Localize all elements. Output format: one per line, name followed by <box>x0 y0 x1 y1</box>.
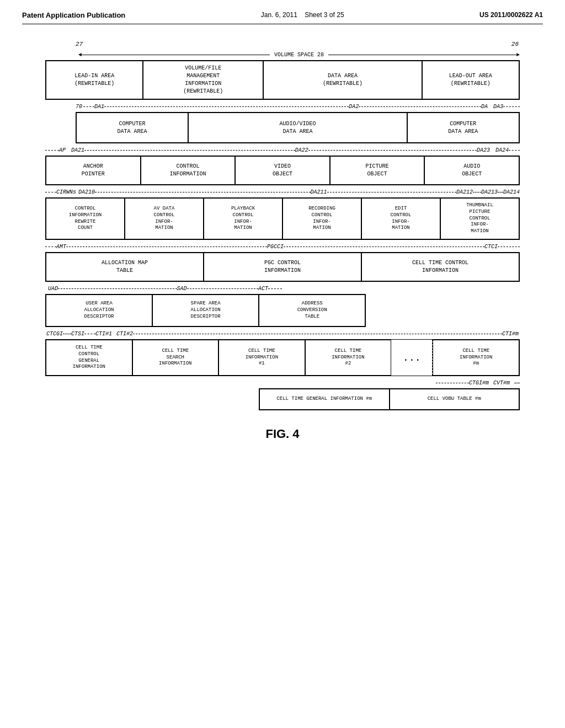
cell-time-info-1-box: CELL TIME INFORMATION #1 <box>218 340 305 376</box>
address-conversion-table-box: ADDRESS CONVERSION TABLE <box>259 295 365 326</box>
volume-space-label: VOLUME SPACE 28 <box>270 52 328 58</box>
header-right: US 2011/0002622 A1 <box>479 11 543 19</box>
cti1-label: CTI#1 <box>95 331 112 337</box>
da3-label: DA3 <box>493 104 503 110</box>
recording-control-box: RECORDING CONTROL INFOR- MATION <box>282 198 361 239</box>
ctsi-label: CTSI <box>71 331 84 337</box>
da21-label: DA21 <box>71 147 84 153</box>
thumbnail-control-box: THUMBNAIL PICTURE CONTROL INFOR- MATION <box>440 198 519 239</box>
av-data-control-box: AV DATA CONTROL INFOR- MATION <box>125 198 204 239</box>
lead-in-area-box: LEAD-IN AREA (REWRITABLE) <box>46 61 143 99</box>
amt-labels-row: AMT PGCCI CTCI <box>45 242 520 251</box>
sad-label: SAD <box>177 286 187 292</box>
header-date: Jan. 6, 2011 <box>261 11 297 19</box>
da213-label: DA213 <box>481 189 498 195</box>
uad-labels-row: UAD SAD ACT <box>45 283 520 293</box>
control-info-box: CONTROL INFORMATION <box>141 156 236 185</box>
cell-time-info-2-box: CELL TIME INFORMATION #2 <box>305 340 392 376</box>
da211-label: DA211 <box>311 189 327 195</box>
header-sheet: Sheet 3 of 25 <box>305 11 344 19</box>
fig-caption: FIG. 4 <box>45 427 520 441</box>
da-labels-row2: AP DA21 DA22 DA23 DA24 <box>45 145 520 155</box>
da214-label: DA214 <box>503 189 520 195</box>
playback-control-box: PLAYBACK CONTROL INFOR- MATION <box>204 198 282 239</box>
row6: USER AREA ALLOCATION DESCRIPTOR SPARE AR… <box>45 294 366 327</box>
ctcgi-labels-row: CTCGI CTSI CTI#1 CTI#2 CTI#m <box>45 329 520 339</box>
cell-time-info-m-box: CELL TIME INFORMATION #m <box>433 340 519 376</box>
cirwns-label: CIRWNs <box>56 189 76 195</box>
ctgi-labels-row: CTGI#m CVT#m <box>45 378 520 388</box>
picture-object-box: PICTURE OBJECT <box>330 156 425 185</box>
audio-video-data-area-box: AUDIO/VIDEO DATA AREA <box>188 113 407 143</box>
cvtm-label: CVT#m <box>493 380 510 386</box>
cell-vobu-table-m-box: CELL VOBU TABLE #m <box>390 389 520 410</box>
row1: LEAD-IN AREA (REWRITABLE) VOLUME/FILE MA… <box>45 60 520 100</box>
right-arrow-icon: ► <box>516 52 520 58</box>
anchor-pointer-box: ANCHOR POINTER <box>46 156 141 185</box>
cell-time-search-info-box: CELL TIME SEARCH INFORMATION <box>132 340 219 376</box>
control-info-rewrite-box: CONTROL INFORMATION REWRITE COUNT <box>46 198 125 239</box>
da22-label: DA22 <box>295 147 308 153</box>
data-area-box: DATA AREA (REWRITABLE) <box>263 61 422 99</box>
row8: CELL TIME GENERAL INFORMATION #m CELL VO… <box>259 388 520 410</box>
ref-27: 27 <box>76 41 83 47</box>
ref-26: 26 <box>511 41 519 47</box>
header-middle: Jan. 6, 2011 Sheet 3 of 25 <box>261 11 344 19</box>
ap-label: AP <box>59 147 66 153</box>
spare-area-alloc-desc-box: SPARE AREA ALLOCATION DESCRIPTOR <box>152 295 259 326</box>
ctci-label: CTCI <box>484 244 498 250</box>
da-labels-row1: 70 DA1 DA2 DA DA3 <box>45 101 520 111</box>
ref70-label: 70 <box>76 104 82 110</box>
amt-label: AMT <box>56 244 66 250</box>
da210-label: DA210 <box>78 189 95 195</box>
cirwns-labels-row: CIRWNs DA210 DA211 DA212 DA213 DA214 <box>45 187 520 197</box>
cell-time-control-info-box: CELL TIME CONTROL INFORMATION <box>361 253 519 281</box>
diagram-container: 27 26 ◄ VOLUME SPACE 28 ► LEAD-IN AREA (… <box>45 41 520 441</box>
row7: CELL TIME CONTROL GENERAL INFORMATION CE… <box>45 339 520 376</box>
pgcci-label: PGCCI <box>267 244 284 250</box>
row5: ALLOCATION MAP TABLE PGC CONTROL INFORMA… <box>45 252 520 282</box>
video-object-box: VIDEO OBJECT <box>235 156 330 185</box>
row4: CONTROL INFORMATION REWRITE COUNT AV DAT… <box>45 197 520 240</box>
edit-control-box: EDIT CONTROL INFOR- MATION <box>361 198 440 239</box>
cti2-label: CTI#2 <box>116 331 133 337</box>
computer-data-area-left-box: COMPUTER DATA AREA <box>76 113 188 143</box>
uad-label: UAD <box>48 286 58 292</box>
pgc-control-info-box: PGC CONTROL INFORMATION <box>204 253 361 281</box>
ctgim-label: CTGI#m <box>469 380 489 386</box>
da24-label: DA24 <box>495 147 509 153</box>
computer-data-area-right-box: COMPUTER DATA AREA <box>407 113 519 143</box>
row3: ANCHOR POINTER CONTROL INFORMATION VIDEO… <box>45 156 520 185</box>
spacer-box: ... <box>391 340 433 376</box>
row2: COMPUTER DATA AREA AUDIO/VIDEO DATA AREA… <box>76 112 520 143</box>
volume-file-mgmt-box: VOLUME/FILE MANAGEMENT INFORMATION (REWR… <box>143 61 263 99</box>
da1-label: DA1 <box>94 104 104 110</box>
da2-label: DA2 <box>349 104 359 110</box>
da23-label: DA23 <box>477 147 490 153</box>
page-header: Patent Application Publication Jan. 6, 2… <box>22 11 543 24</box>
cell-time-control-general-box: CELL TIME CONTROL GENERAL INFORMATION <box>46 340 132 376</box>
allocation-map-table-box: ALLOCATION MAP TABLE <box>46 253 204 281</box>
user-area-alloc-desc-box: USER AREA ALLOCATION DESCRIPTOR <box>46 295 152 326</box>
audio-object-box: AUDIO OBJECT <box>424 156 519 185</box>
header-left: Patent Application Publication <box>22 11 125 19</box>
cell-time-general-info-m-box: CELL TIME GENERAL INFORMATION #m <box>259 389 390 410</box>
ctcgi-label: CTCGI <box>46 331 63 337</box>
lead-out-area-box: LEAD-OUT AREA (REWRITABLE) <box>422 61 519 99</box>
act-label: ACT <box>258 286 268 292</box>
da212-label: DA212 <box>456 189 473 195</box>
ctim-label: CTI#m <box>502 331 519 337</box>
da-label: DA <box>481 104 488 110</box>
volume-space-row: ◄ VOLUME SPACE 28 ► <box>78 52 520 58</box>
